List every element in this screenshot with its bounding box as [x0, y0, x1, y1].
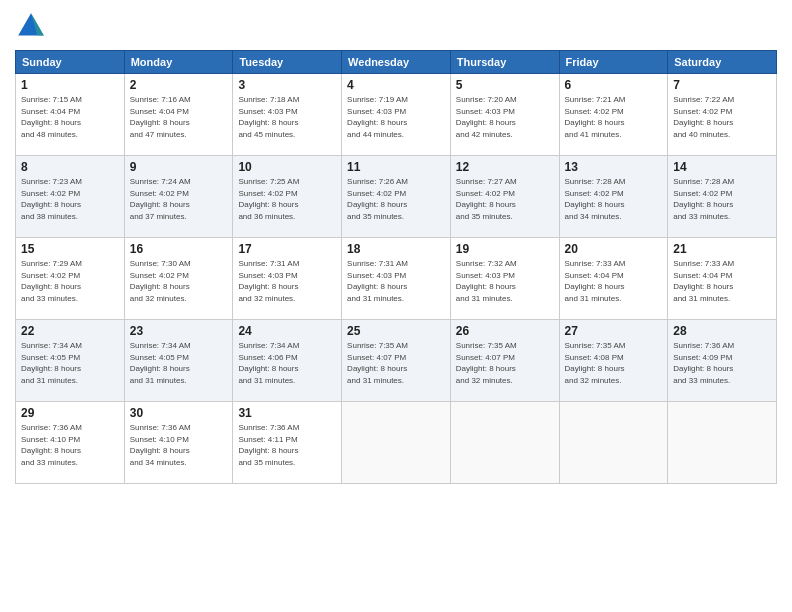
day-number: 17: [238, 242, 336, 256]
day-number: 25: [347, 324, 445, 338]
day-number: 18: [347, 242, 445, 256]
weekday-thursday: Thursday: [450, 51, 559, 74]
day-info: Sunrise: 7:29 AM Sunset: 4:02 PM Dayligh…: [21, 258, 119, 304]
day-number: 3: [238, 78, 336, 92]
day-number: 11: [347, 160, 445, 174]
day-cell: 13Sunrise: 7:28 AM Sunset: 4:02 PM Dayli…: [559, 156, 668, 238]
day-cell: 22Sunrise: 7:34 AM Sunset: 4:05 PM Dayli…: [16, 320, 125, 402]
day-number: 21: [673, 242, 771, 256]
day-number: 2: [130, 78, 228, 92]
day-info: Sunrise: 7:35 AM Sunset: 4:07 PM Dayligh…: [456, 340, 554, 386]
day-info: Sunrise: 7:33 AM Sunset: 4:04 PM Dayligh…: [565, 258, 663, 304]
day-info: Sunrise: 7:23 AM Sunset: 4:02 PM Dayligh…: [21, 176, 119, 222]
day-info: Sunrise: 7:30 AM Sunset: 4:02 PM Dayligh…: [130, 258, 228, 304]
day-cell: 24Sunrise: 7:34 AM Sunset: 4:06 PM Dayli…: [233, 320, 342, 402]
day-info: Sunrise: 7:36 AM Sunset: 4:10 PM Dayligh…: [130, 422, 228, 468]
day-cell: 4Sunrise: 7:19 AM Sunset: 4:03 PM Daylig…: [342, 74, 451, 156]
day-info: Sunrise: 7:35 AM Sunset: 4:07 PM Dayligh…: [347, 340, 445, 386]
weekday-wednesday: Wednesday: [342, 51, 451, 74]
day-cell: [450, 402, 559, 484]
week-row-4: 22Sunrise: 7:34 AM Sunset: 4:05 PM Dayli…: [16, 320, 777, 402]
weekday-saturday: Saturday: [668, 51, 777, 74]
header: [15, 10, 777, 42]
day-number: 26: [456, 324, 554, 338]
day-number: 9: [130, 160, 228, 174]
day-info: Sunrise: 7:34 AM Sunset: 4:05 PM Dayligh…: [21, 340, 119, 386]
day-number: 10: [238, 160, 336, 174]
day-cell: 27Sunrise: 7:35 AM Sunset: 4:08 PM Dayli…: [559, 320, 668, 402]
day-cell: 7Sunrise: 7:22 AM Sunset: 4:02 PM Daylig…: [668, 74, 777, 156]
day-info: Sunrise: 7:34 AM Sunset: 4:05 PM Dayligh…: [130, 340, 228, 386]
day-number: 7: [673, 78, 771, 92]
day-info: Sunrise: 7:36 AM Sunset: 4:11 PM Dayligh…: [238, 422, 336, 468]
logo: [15, 10, 51, 42]
day-cell: 23Sunrise: 7:34 AM Sunset: 4:05 PM Dayli…: [124, 320, 233, 402]
week-row-5: 29Sunrise: 7:36 AM Sunset: 4:10 PM Dayli…: [16, 402, 777, 484]
day-cell: 2Sunrise: 7:16 AM Sunset: 4:04 PM Daylig…: [124, 74, 233, 156]
day-number: 13: [565, 160, 663, 174]
day-info: Sunrise: 7:33 AM Sunset: 4:04 PM Dayligh…: [673, 258, 771, 304]
day-cell: 18Sunrise: 7:31 AM Sunset: 4:03 PM Dayli…: [342, 238, 451, 320]
day-info: Sunrise: 7:34 AM Sunset: 4:06 PM Dayligh…: [238, 340, 336, 386]
day-cell: [559, 402, 668, 484]
day-cell: 25Sunrise: 7:35 AM Sunset: 4:07 PM Dayli…: [342, 320, 451, 402]
week-row-2: 8Sunrise: 7:23 AM Sunset: 4:02 PM Daylig…: [16, 156, 777, 238]
day-info: Sunrise: 7:36 AM Sunset: 4:10 PM Dayligh…: [21, 422, 119, 468]
day-info: Sunrise: 7:18 AM Sunset: 4:03 PM Dayligh…: [238, 94, 336, 140]
day-number: 28: [673, 324, 771, 338]
day-number: 12: [456, 160, 554, 174]
day-cell: 1Sunrise: 7:15 AM Sunset: 4:04 PM Daylig…: [16, 74, 125, 156]
day-info: Sunrise: 7:27 AM Sunset: 4:02 PM Dayligh…: [456, 176, 554, 222]
day-cell: 19Sunrise: 7:32 AM Sunset: 4:03 PM Dayli…: [450, 238, 559, 320]
day-cell: 15Sunrise: 7:29 AM Sunset: 4:02 PM Dayli…: [16, 238, 125, 320]
day-info: Sunrise: 7:15 AM Sunset: 4:04 PM Dayligh…: [21, 94, 119, 140]
weekday-header-row: SundayMondayTuesdayWednesdayThursdayFrid…: [16, 51, 777, 74]
day-info: Sunrise: 7:19 AM Sunset: 4:03 PM Dayligh…: [347, 94, 445, 140]
day-number: 30: [130, 406, 228, 420]
day-info: Sunrise: 7:31 AM Sunset: 4:03 PM Dayligh…: [238, 258, 336, 304]
day-info: Sunrise: 7:35 AM Sunset: 4:08 PM Dayligh…: [565, 340, 663, 386]
weekday-sunday: Sunday: [16, 51, 125, 74]
day-info: Sunrise: 7:26 AM Sunset: 4:02 PM Dayligh…: [347, 176, 445, 222]
calendar-table: SundayMondayTuesdayWednesdayThursdayFrid…: [15, 50, 777, 484]
day-cell: 20Sunrise: 7:33 AM Sunset: 4:04 PM Dayli…: [559, 238, 668, 320]
day-number: 14: [673, 160, 771, 174]
day-cell: 12Sunrise: 7:27 AM Sunset: 4:02 PM Dayli…: [450, 156, 559, 238]
day-cell: 26Sunrise: 7:35 AM Sunset: 4:07 PM Dayli…: [450, 320, 559, 402]
day-info: Sunrise: 7:28 AM Sunset: 4:02 PM Dayligh…: [565, 176, 663, 222]
day-number: 22: [21, 324, 119, 338]
day-number: 20: [565, 242, 663, 256]
week-row-3: 15Sunrise: 7:29 AM Sunset: 4:02 PM Dayli…: [16, 238, 777, 320]
day-number: 6: [565, 78, 663, 92]
day-number: 1: [21, 78, 119, 92]
day-info: Sunrise: 7:36 AM Sunset: 4:09 PM Dayligh…: [673, 340, 771, 386]
day-cell: 14Sunrise: 7:28 AM Sunset: 4:02 PM Dayli…: [668, 156, 777, 238]
day-cell: 21Sunrise: 7:33 AM Sunset: 4:04 PM Dayli…: [668, 238, 777, 320]
day-number: 8: [21, 160, 119, 174]
day-cell: 6Sunrise: 7:21 AM Sunset: 4:02 PM Daylig…: [559, 74, 668, 156]
day-number: 15: [21, 242, 119, 256]
day-cell: 29Sunrise: 7:36 AM Sunset: 4:10 PM Dayli…: [16, 402, 125, 484]
day-number: 27: [565, 324, 663, 338]
day-info: Sunrise: 7:32 AM Sunset: 4:03 PM Dayligh…: [456, 258, 554, 304]
day-cell: 11Sunrise: 7:26 AM Sunset: 4:02 PM Dayli…: [342, 156, 451, 238]
day-number: 5: [456, 78, 554, 92]
day-cell: 16Sunrise: 7:30 AM Sunset: 4:02 PM Dayli…: [124, 238, 233, 320]
day-number: 23: [130, 324, 228, 338]
day-cell: [668, 402, 777, 484]
day-number: 24: [238, 324, 336, 338]
weekday-friday: Friday: [559, 51, 668, 74]
logo-icon: [15, 10, 47, 42]
day-number: 19: [456, 242, 554, 256]
weekday-monday: Monday: [124, 51, 233, 74]
day-info: Sunrise: 7:25 AM Sunset: 4:02 PM Dayligh…: [238, 176, 336, 222]
calendar-page: SundayMondayTuesdayWednesdayThursdayFrid…: [0, 0, 792, 612]
day-cell: 30Sunrise: 7:36 AM Sunset: 4:10 PM Dayli…: [124, 402, 233, 484]
day-info: Sunrise: 7:20 AM Sunset: 4:03 PM Dayligh…: [456, 94, 554, 140]
weekday-tuesday: Tuesday: [233, 51, 342, 74]
day-cell: [342, 402, 451, 484]
day-info: Sunrise: 7:16 AM Sunset: 4:04 PM Dayligh…: [130, 94, 228, 140]
day-number: 4: [347, 78, 445, 92]
day-info: Sunrise: 7:24 AM Sunset: 4:02 PM Dayligh…: [130, 176, 228, 222]
day-number: 31: [238, 406, 336, 420]
